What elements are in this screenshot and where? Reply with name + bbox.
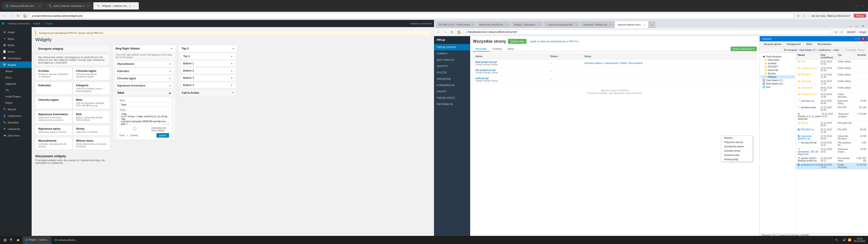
fm-file-4[interactable]: 📁 Dokumenty 30.01.2019 11:23 Folder plik… [796, 86, 868, 92]
wp-adminbar-user[interactable]: mateusz moniuszko [410, 22, 432, 25]
fm-file-11[interactable]: 🗜 responsive-lightbox2.zip 22.01.2019 08… [796, 134, 868, 141]
top3-header[interactable]: Top 3 ▼ [179, 45, 237, 52]
prv-nav-komunikacja[interactable]: KOMUNIKACJA [434, 82, 470, 88]
fm-close-btn[interactable]: ✕ [861, 37, 866, 40]
widget-rss[interactable]: RSS Wpisy z dowolnego kanału RSS lub Ato… [73, 111, 110, 123]
b2-address-input[interactable] [463, 29, 832, 35]
fm-btn-wyszukiwanie[interactable]: Wyszukiwanie [815, 42, 833, 46]
fm-tree-network[interactable]: 🌐 Sieć [761, 85, 795, 89]
fm-tree-disk-d[interactable]: 💽 Dysk lokalny (D:) [761, 82, 795, 85]
browser-tab-2[interactable]: 🔧 amd | mateusz monluszko x ✕ [45, 2, 92, 9]
prv-nav-bazy[interactable]: BAZY DANYCH [434, 57, 470, 63]
taskbar-browser2[interactable]: 🌐 www.prv.pl/konto... [52, 236, 79, 244]
prv-nav-strony[interactable]: TWOJE STRONY [434, 44, 470, 50]
bottom1-item[interactable]: Bottom 1 ▼ [181, 60, 235, 67]
fm-tree-disk-c[interactable]: 💽 Dysk lokalny (C:) [761, 79, 795, 82]
back-btn[interactable]: ← [2, 13, 7, 19]
sidebar-item-kokpit[interactable]: ⊞ Kokpit [0, 29, 32, 35]
close-link[interactable]: Zamknij [130, 134, 138, 137]
cta-item[interactable]: Call to Action ▼ [179, 89, 237, 96]
sidebar-item-uzytkownicy[interactable]: 👤 Użytkownicy [0, 113, 32, 119]
logout-btn[interactable]: Wyloguj [854, 14, 866, 18]
fm-min-btn[interactable]: ─ [855, 37, 857, 40]
sidebar-item-zwijn[interactable]: ◀ Zwiń menu [0, 132, 32, 139]
prv-nav-skrypty[interactable]: SKRYPTY [434, 63, 470, 69]
b2-maximize-btn[interactable]: □ [854, 24, 860, 28]
delete-link[interactable]: Usuń [119, 134, 125, 137]
fm-tree-disks[interactable]: 💻 Dyski dostępne [761, 55, 795, 58]
fm-file-2[interactable]: 📁 PROJEKT 11.02.2019 13:45 Folder plików [796, 73, 868, 79]
prv-nav-zakupy[interactable]: ZAKUPY [434, 88, 470, 95]
b2-minimize-btn[interactable]: ─ [848, 24, 854, 28]
widget-kalendarz[interactable]: Kalendarz [35, 82, 72, 94]
fm-file-0[interactable]: 📁 Pliki 22.01.2019 07:59 Folder plików [796, 60, 868, 66]
fm-max-btn[interactable]: □ [858, 37, 860, 40]
b2-back-btn[interactable]: ← [436, 29, 441, 35]
tray-speaker-icon[interactable]: 🔊 [843, 238, 846, 242]
fm-tree-obrazy[interactable]: 📁 Muzyka [761, 72, 795, 75]
fm-file-7[interactable]: 📄 wordpress.php 22.01.2019 09:48 Plik PH… [796, 105, 868, 112]
wp-adminbar-kokpit[interactable]: Kokpit [33, 22, 40, 25]
browser-tab-3[interactable]: 🔧 Widgety - mateusz mo... x ✕ [93, 2, 139, 9]
sidebar-item-komentarze[interactable]: 💬 Komentarze [0, 55, 32, 61]
text-widget-header[interactable]: Tekst ▲ [115, 90, 174, 96]
fm-search-input[interactable] [844, 48, 866, 52]
fm-file-1[interactable]: 📁 netsuportschool 22.01.2019 07:59 Folde… [796, 66, 868, 73]
b2-tab-6[interactable]: www.prv.pl/konto.stron... ✕ [615, 21, 648, 28]
b2-tab-3[interactable]: Widgety - Batorowe h... ✕ [511, 21, 543, 28]
b2-login-link[interactable]: WEJDŹ | Wyjdź [847, 31, 866, 33]
prv-link[interactable]: wejdź na taką stronę/hostnamen w PRX.PL» [530, 40, 579, 43]
browser-tab-1[interactable]: 🌐 www.prv.pl/konto.stro... ✕ [2, 2, 44, 9]
fm-file-15[interactable]: 🗜 wordpress-4.9.4.zip 05.01.2019 13:52 F… [796, 163, 868, 170]
fm-file-14[interactable]: 🎵 ubuntu-16.04.3-desktop-amd64.iss 21.06… [796, 156, 868, 163]
blog-widget-kalendarz[interactable]: Kalendarz ▼ [115, 68, 174, 74]
b2-tab4-close[interactable]: ✕ [576, 24, 577, 26]
bookmark-icon[interactable]: ☆ [796, 13, 801, 18]
filter-aliasy[interactable]: Aliasy [505, 47, 517, 51]
fm-file-13[interactable]: 📝 sprawdzian_183_No-kopia.docx 22.01.201… [796, 147, 868, 156]
sidebar-item-tlo[interactable]: Tło [0, 87, 32, 93]
tab3-close[interactable]: ✕ [133, 5, 135, 7]
sidebar-item-naglowek[interactable]: Nagłówek [0, 81, 32, 87]
close-btn[interactable]: ✕ [860, 3, 865, 8]
site1-link[interactable]: 2to2-project.prv.pl [475, 61, 546, 63]
widget-meta[interactable]: Meta Linki do logowania, kanałów RSS i W… [73, 96, 110, 109]
filter-hostingi[interactable]: Hostingi [490, 47, 504, 51]
sidebar-item-wyglad[interactable]: 🎨 Wygląd [0, 61, 32, 68]
tab1-close[interactable]: ✕ [39, 5, 40, 7]
b2-close-btn[interactable]: ✕ [860, 24, 866, 28]
fm-nav-forward[interactable]: → [769, 48, 775, 52]
fm-file-10[interactable]: 🗜 PROJEKT.rar 26.02.2019 12:29 Plik RAR … [796, 128, 868, 134]
wp-adminbar-site[interactable]: mateusz moniuszko [8, 22, 30, 25]
add-new-page-btn[interactable]: Dodaj nową stronę ▼ [731, 47, 757, 51]
fm-tree-docs[interactable]: 📁 Dokumenty [761, 58, 795, 62]
sidebar-item-wpisy[interactable]: ✏ Wpisy [0, 35, 32, 42]
fm-btn-narzedzia[interactable]: Narzędzia główna [762, 42, 784, 46]
fm-col-date[interactable]: Data modyfikacji [820, 54, 838, 59]
prv-nav-domeny[interactable]: DOMENY [434, 50, 470, 57]
tray-network-icon[interactable]: 📶 [848, 238, 851, 242]
prv-nav-informacje[interactable]: INFORMACJE [434, 101, 470, 107]
fm-tree-produkty[interactable]: 📁 produkty [761, 62, 795, 65]
tab2-close[interactable]: ✕ [87, 5, 89, 7]
fm-col-size[interactable]: Rozmiar [855, 54, 866, 59]
sidebar-item-motyw[interactable]: Motyw [0, 68, 32, 74]
b2-home-btn[interactable]: 🏠 [456, 29, 462, 35]
widget-najnowsze-wpisy[interactable]: Najnowsze wpisy Najnowsze wpisy na stron… [35, 125, 72, 135]
b2-tab-2[interactable]: Aktualizacja WordPress... ✕ [476, 21, 511, 28]
fm-nav-back[interactable]: ← [762, 48, 768, 52]
widget-strony[interactable]: Strony Lista stron w serwisie. [73, 125, 110, 135]
widget-chmurka2[interactable]: Chmurka tagów [35, 96, 72, 109]
taskbar-browser1[interactable]: 🌐 Widgety - mateusz... [23, 236, 51, 244]
prv-nav-poczta[interactable]: POCZTA [434, 69, 470, 76]
sidebar-item-edytor[interactable]: Edytor [0, 100, 32, 106]
win-language-btn[interactable]: PL [835, 239, 838, 241]
bottom3-item[interactable]: Bottom 3 ▼ [181, 75, 235, 81]
sidebar-item-menu[interactable]: Menu [0, 74, 32, 81]
settings-icon[interactable]: ⋮ [802, 13, 807, 18]
fm-file-9[interactable]: 📁 Obrazy 31.01.2019 09:37 Plik wideo My.… [796, 121, 868, 128]
prv-add-btn[interactable]: Dodaj nową [508, 39, 526, 44]
site2-link[interactable]: 2to-project.prv.pl [475, 69, 546, 71]
fm-tree-pobrane[interactable]: 📁 Pobrane [761, 75, 795, 79]
auto-p-checkbox[interactable] [119, 127, 150, 130]
